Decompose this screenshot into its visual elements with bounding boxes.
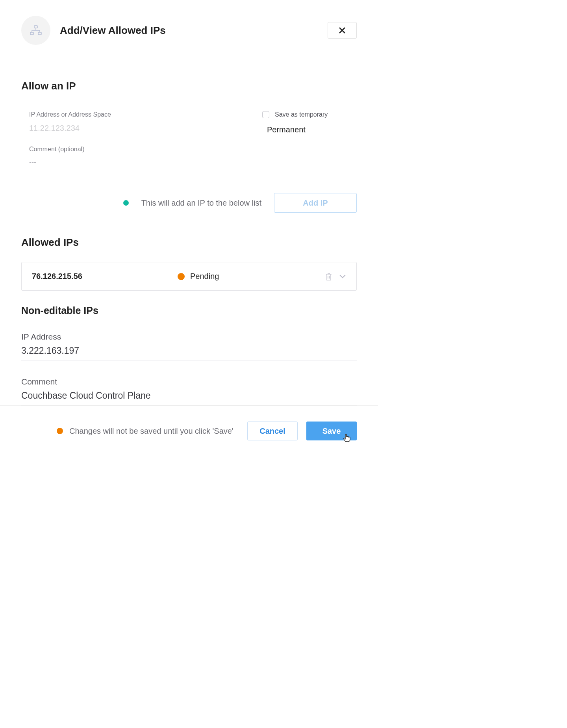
noneditable-ip-value: 3.222.163.197 <box>21 345 357 360</box>
ip-address-input[interactable] <box>29 121 246 136</box>
warning-text: Changes will not be saved until you clic… <box>69 427 233 436</box>
status-dot-icon <box>178 273 185 280</box>
save-temporary-checkbox[interactable] <box>262 111 269 118</box>
comment-input[interactable] <box>29 156 309 170</box>
chevron-down-icon[interactable] <box>339 274 346 279</box>
allowed-ip-address: 76.126.215.56 <box>32 272 178 281</box>
ip-address-label: IP Address or Address Space <box>29 111 246 118</box>
dialog-footer: Changes will not be saved until you clic… <box>0 405 378 459</box>
svg-rect-2 <box>38 32 41 35</box>
dialog-header: Add/View Allowed IPs <box>0 0 378 64</box>
comment-label: Comment (optional) <box>29 146 309 153</box>
close-icon <box>339 27 346 34</box>
trash-icon[interactable] <box>325 272 333 281</box>
info-text: This will add an IP to the below list <box>141 199 261 208</box>
allowed-ip-status: Pending <box>190 272 219 281</box>
info-dot-icon <box>123 200 129 206</box>
cancel-button[interactable]: Cancel <box>247 422 298 440</box>
close-button[interactable] <box>328 22 357 39</box>
noneditable-ip-label: IP Address <box>21 332 357 342</box>
allow-ip-heading: Allow an IP <box>21 80 357 92</box>
noneditable-comment-value: Couchbase Cloud Control Plane <box>21 390 357 405</box>
noneditable-heading: Non-editable IPs <box>21 305 357 316</box>
add-ip-button[interactable]: Add IP <box>274 193 357 213</box>
svg-rect-1 <box>30 32 33 35</box>
permanent-text: Permanent <box>267 125 357 134</box>
save-button-label: Save <box>322 427 341 435</box>
warning-dot-icon <box>57 428 63 434</box>
page-title: Add/View Allowed IPs <box>60 24 328 37</box>
save-button[interactable]: Save <box>306 422 357 440</box>
network-icon-circle <box>21 16 50 45</box>
allowed-ip-row: 76.126.215.56 Pending <box>21 262 357 291</box>
allowed-ips-heading: Allowed IPs <box>21 236 357 249</box>
cursor-hand-icon <box>343 433 351 444</box>
svg-rect-0 <box>34 26 37 28</box>
network-icon <box>30 25 42 35</box>
save-temporary-label: Save as temporary <box>275 111 328 118</box>
noneditable-comment-label: Comment <box>21 377 357 386</box>
